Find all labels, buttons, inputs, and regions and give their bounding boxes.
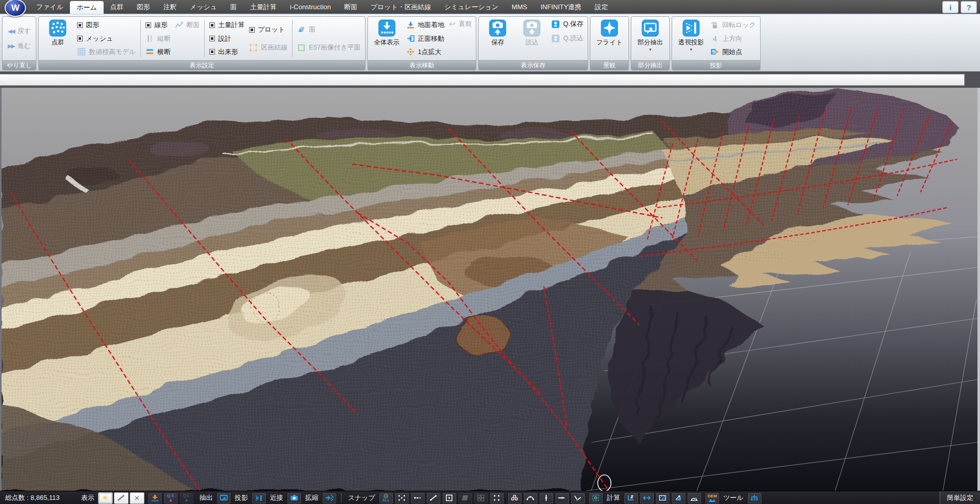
- branch-icon: [750, 494, 758, 501]
- toggle-dem-model[interactable]: 数値標高モデル: [76, 46, 137, 58]
- toggle-shape[interactable]: 図形: [76, 19, 137, 31]
- toggle-asbuilt[interactable]: 出来形: [208, 46, 246, 58]
- snap-angle-icon[interactable]: [571, 492, 585, 504]
- ribbon-group-projection: 透視投影 ▼ 回転ロック 4 上方向 開始点 投影: [672, 16, 761, 70]
- snap-points-icon[interactable]: [395, 492, 409, 504]
- pointcloud-button[interactable]: 点群: [42, 18, 74, 59]
- one-point-zoom-button[interactable]: 1点拡大: [405, 46, 446, 58]
- snap-vertex-icon[interactable]: [489, 492, 504, 504]
- xyz-axes-icon: [627, 494, 635, 501]
- toggle-surface[interactable]: 面: [296, 23, 361, 36]
- zoom-select-icon[interactable]: [589, 492, 603, 504]
- tab-volume[interactable]: 土量計算: [243, 0, 283, 14]
- tab-section[interactable]: 断面: [337, 0, 364, 14]
- toggle-cross-section[interactable]: 横断: [144, 46, 201, 58]
- toggle-parcel-lines[interactable]: 区画結線: [248, 41, 288, 54]
- one-point-zoom-icon: [406, 47, 415, 56]
- snap-center-icon[interactable]: [442, 492, 457, 504]
- snap-line-point-icon[interactable]: [426, 492, 441, 504]
- tab-i-construction[interactable]: i-Construction: [283, 0, 337, 14]
- tab-home[interactable]: ホーム: [70, 1, 104, 14]
- tab-file[interactable]: ファイル: [30, 0, 70, 14]
- toggle-section[interactable]: 断面: [174, 19, 201, 31]
- partial-extract-status-icon[interactable]: [216, 492, 231, 504]
- distance-icon[interactable]: [640, 492, 654, 504]
- slope-icon[interactable]: [671, 492, 686, 504]
- tab-plot-parcel[interactable]: プロット・区画結線: [364, 0, 437, 14]
- help-icon[interactable]: ?: [961, 1, 977, 13]
- view-save-button[interactable]: 保存: [482, 18, 513, 59]
- total-points-count: 総点数 : 8,865,113: [5, 493, 60, 502]
- undo-forward-label: 進む: [17, 41, 31, 51]
- tab-simulation[interactable]: シミュレーション: [437, 0, 505, 14]
- snap-endpoint-icon[interactable]: [410, 492, 425, 504]
- flight-button[interactable]: フライト: [594, 18, 625, 59]
- toggle-alignment[interactable]: 線形: [144, 19, 168, 31]
- snap-horizontal-icon[interactable]: [555, 492, 570, 504]
- group-label-scenery: 景観: [591, 60, 628, 70]
- fit-all-button[interactable]: 全体表示: [371, 18, 403, 59]
- front-move-icon: [406, 34, 415, 43]
- projection-status-icon[interactable]: [252, 492, 266, 504]
- quick-load-button[interactable]: Q.読込: [550, 32, 584, 44]
- start-point-button[interactable]: 開始点: [709, 46, 757, 58]
- tab-mesh[interactable]: メッシュ: [183, 0, 224, 14]
- zoom-points-icon[interactable]: [322, 492, 337, 504]
- diagonal-line-icon: [117, 494, 125, 501]
- easy-settings-button[interactable]: 簡単設定: [940, 491, 980, 504]
- toggle-mesh[interactable]: メッシュ: [76, 33, 137, 45]
- undo-back-button[interactable]: ◀◀ 戻す: [6, 25, 33, 37]
- quick-save-button[interactable]: Q.保存: [550, 18, 584, 30]
- one-point-zoom-label: 1点拡大: [418, 47, 442, 57]
- ground-landing-button[interactable]: 地面着地: [405, 19, 446, 31]
- endpoint-line-icon: [413, 494, 422, 501]
- tab-infinity[interactable]: INFINITY連携: [534, 0, 588, 14]
- toggle-profile[interactable]: 縦断: [144, 33, 201, 45]
- point-color-icon[interactable]: ✳: [98, 492, 113, 504]
- tools-branch-icon[interactable]: [747, 492, 762, 504]
- empty-toolbar-strip[interactable]: [0, 74, 965, 86]
- snap-intersection-icon[interactable]: [507, 492, 522, 504]
- toggle-design[interactable]: 設計: [208, 33, 246, 45]
- quick-view-load-icon[interactable]: Q.L▲: [179, 492, 194, 504]
- snap-vertical-icon[interactable]: [539, 492, 554, 504]
- mesh-off-icon[interactable]: ✕: [130, 492, 144, 504]
- toggle-plot[interactable]: プロット: [248, 23, 288, 36]
- tab-pointcloud[interactable]: 点群: [104, 0, 130, 14]
- ribbon-group-view-move: 全体表示 地面着地 正面移動 1点拡大 ↩: [368, 16, 477, 70]
- rotation-lock-button[interactable]: 回転ロック: [709, 19, 757, 31]
- view-load-button[interactable]: 読込: [516, 18, 548, 59]
- vertex-dots-icon: [493, 494, 501, 501]
- partial-extract-button[interactable]: 部分抽出 ▼: [634, 18, 666, 59]
- info-icon[interactable]: i: [942, 1, 959, 13]
- bullet-icon: [209, 36, 215, 41]
- area-icon[interactable]: [655, 492, 670, 504]
- coordinate-axes-icon[interactable]: [624, 492, 639, 504]
- proximity-camera-icon[interactable]: [287, 492, 302, 504]
- mesh-label: メッシュ: [86, 34, 113, 43]
- tab-annotation[interactable]: 注釈: [157, 0, 183, 14]
- tab-settings[interactable]: 設定: [588, 0, 615, 14]
- group-label-display-settings: 表示設定: [39, 60, 364, 70]
- dem-icon[interactable]: DEM: [705, 492, 720, 504]
- undo-forward-button[interactable]: ▶▶ 進む: [6, 40, 33, 52]
- tab-surface[interactable]: 面: [224, 0, 243, 14]
- previous-view-button[interactable]: ↩ 直前: [448, 18, 473, 30]
- angle-measure-icon[interactable]: [687, 492, 702, 504]
- snap-curve-icon[interactable]: [523, 492, 538, 504]
- ground-snap-icon[interactable]: [148, 492, 162, 504]
- snap-all-icon[interactable]: ALL: [379, 492, 394, 504]
- perspective-projection-button[interactable]: 透視投影 ▼: [675, 18, 707, 59]
- up-direction-button[interactable]: 4 上方向: [709, 33, 757, 45]
- front-move-button[interactable]: 正面移動: [405, 33, 446, 45]
- edge-display-icon[interactable]: [114, 492, 129, 504]
- tab-shape[interactable]: 図形: [130, 0, 157, 14]
- toggle-e57-plane[interactable]: E57画像付き平面: [296, 41, 361, 54]
- snap-grid-icon[interactable]: [474, 492, 488, 504]
- tab-mms[interactable]: MMS: [505, 0, 534, 14]
- toggle-volume[interactable]: 土量計算: [208, 19, 246, 31]
- quick-view-save-icon[interactable]: Q.S▲: [163, 492, 178, 504]
- alignment-label: 線形: [154, 20, 167, 30]
- viewport-3d[interactable]: [0, 88, 980, 491]
- snap-face-icon[interactable]: [458, 492, 473, 504]
